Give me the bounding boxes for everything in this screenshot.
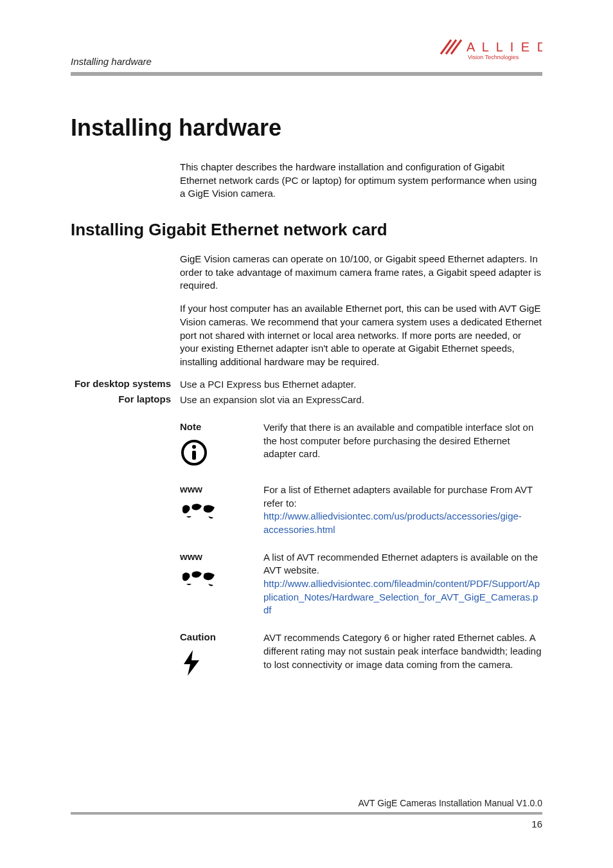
- svg-line-1: [446, 40, 456, 54]
- www2-body: A list of AVT recommended Ethernet adapt…: [263, 551, 542, 617]
- world-map-icon: [180, 501, 218, 525]
- logo-text-bottom: Vision Technologies: [468, 54, 519, 60]
- footer-text: AVT GigE Cameras Installation Manual V1.…: [71, 798, 542, 808]
- intro-paragraph: This chapter describes the hardware inst…: [180, 161, 542, 201]
- page-number: 16: [71, 818, 542, 829]
- world-map-icon: [180, 568, 218, 593]
- lightning-icon: [180, 649, 203, 680]
- brand-logo: A L L I E D Vision Technologies: [440, 39, 542, 68]
- body-paragraph-1: GigE Vision cameras can operate on 10/10…: [180, 253, 542, 293]
- caution-title: Caution: [180, 631, 216, 642]
- www1-title: www: [180, 484, 202, 494]
- svg-point-4: [192, 445, 196, 449]
- note-body: Verify that there is an available and co…: [263, 421, 542, 469]
- section-title: Installing Gigabit Ethernet network card: [71, 220, 542, 240]
- desktop-value: Use a PCI Express bus Ethernet adapter.: [180, 378, 542, 392]
- footer-rule: [71, 812, 542, 815]
- laptop-label: For laptops: [71, 393, 180, 407]
- svg-line-0: [441, 40, 451, 54]
- body-paragraph-2: If your host computer has an available E…: [180, 302, 542, 368]
- svg-line-2: [451, 40, 461, 54]
- page-title: Installing hardware: [71, 114, 542, 141]
- info-icon: [180, 439, 208, 469]
- www2-text: A list of AVT recommended Ethernet adapt…: [263, 552, 538, 576]
- www1-body: For a list of Ethernet adapters availabl…: [263, 484, 542, 537]
- laptop-value: Use an expansion slot via an ExpressCard…: [180, 393, 542, 407]
- www2-title: www: [180, 551, 202, 562]
- breadcrumb: Installing hardware: [71, 56, 152, 67]
- caution-body: AVT recommends Category 6 or higher rate…: [263, 631, 542, 680]
- www1-text: For a list of Ethernet adapters availabl…: [263, 484, 533, 509]
- www1-link[interactable]: http://www.alliedvisiontec.com/us/produc…: [263, 511, 522, 535]
- logo-text-top: A L L I E D: [466, 40, 542, 54]
- note-title: Note: [180, 421, 201, 432]
- www2-link[interactable]: http://www.alliedvisiontec.com/fileadmin…: [263, 578, 540, 615]
- desktop-label: For desktop systems: [71, 378, 180, 392]
- svg-rect-5: [192, 451, 196, 460]
